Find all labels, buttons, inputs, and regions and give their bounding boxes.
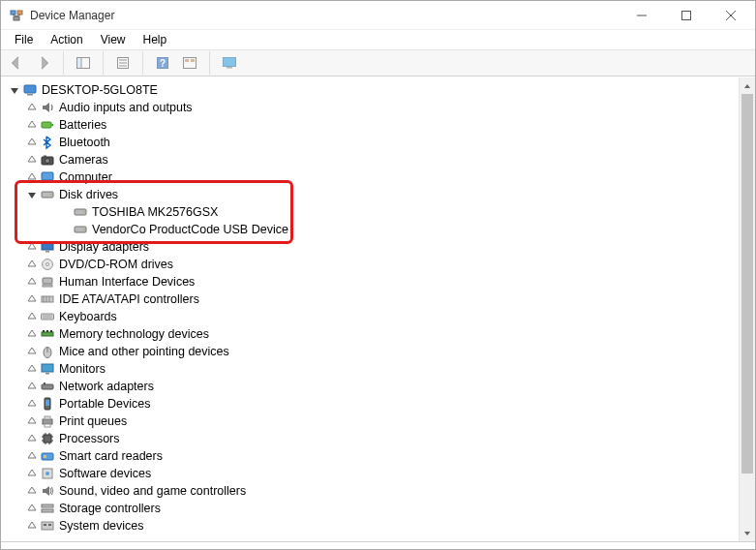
expander-icon[interactable]	[26, 154, 38, 166]
monitor-button[interactable]	[218, 51, 241, 75]
category-node[interactable]: Bluetooth	[5, 134, 739, 151]
menu-file[interactable]: File	[7, 31, 41, 48]
menu-help[interactable]: Help	[136, 31, 175, 48]
category-node[interactable]: DVD/CD-ROM drives	[5, 256, 739, 273]
svg-rect-81	[42, 509, 53, 512]
system-icon	[40, 518, 55, 534]
expander-icon[interactable]	[26, 276, 38, 288]
expander-icon[interactable]	[26, 398, 38, 410]
close-button[interactable]	[709, 1, 753, 30]
category-node[interactable]: Human Interface Devices	[5, 273, 739, 290]
svg-rect-23	[24, 85, 36, 93]
ide-icon	[40, 291, 55, 307]
svg-point-28	[45, 159, 50, 164]
category-node[interactable]: Network adapters	[5, 378, 739, 395]
expander-icon[interactable]	[26, 450, 38, 462]
svg-rect-53	[46, 330, 48, 332]
expander-icon[interactable]	[26, 102, 38, 113]
window-title: Device Manager	[30, 9, 114, 22]
forward-button[interactable]	[32, 51, 55, 75]
scan-hardware-button[interactable]	[178, 51, 201, 75]
expander-icon[interactable]	[26, 415, 38, 427]
expander-icon[interactable]	[26, 433, 38, 444]
category-node[interactable]: Audio inputs and outputs	[5, 99, 739, 116]
tree-root[interactable]: DESKTOP-5GLO8TE	[5, 81, 739, 99]
category-node[interactable]: Cameras	[5, 151, 739, 168]
category-node[interactable]: Smart card readers	[5, 447, 739, 465]
category-node[interactable]: Processors	[5, 430, 739, 447]
category-label: Software devices	[59, 467, 151, 480]
toolbar: ?	[1, 49, 755, 76]
expander-icon[interactable]	[26, 241, 38, 253]
expander-icon[interactable]	[26, 346, 38, 357]
device-tree[interactable]: DESKTOP-5GLO8TEAudio inputs and outputsB…	[1, 77, 739, 541]
expander-icon[interactable]	[26, 468, 38, 479]
show-hide-tree-button[interactable]	[72, 51, 95, 75]
expander-icon[interactable]	[26, 119, 38, 131]
svg-point-37	[83, 229, 85, 230]
category-node[interactable]: Sound, video and game controllers	[5, 482, 739, 500]
category-node[interactable]: Print queues	[5, 412, 739, 430]
minimize-button[interactable]	[620, 1, 664, 30]
menu-action[interactable]: Action	[43, 31, 90, 48]
expander-icon[interactable]	[26, 311, 38, 322]
device-node[interactable]: TOSHIBA MK2576GSX	[5, 203, 739, 221]
category-node[interactable]: Disk drives	[5, 186, 739, 203]
portable-icon	[40, 396, 55, 412]
category-label: Disk drives	[59, 188, 118, 201]
expander-icon[interactable]	[26, 189, 38, 200]
svg-rect-26	[52, 124, 54, 126]
expander-icon[interactable]	[26, 171, 38, 183]
expander-icon[interactable]	[26, 293, 38, 305]
expander-icon[interactable]	[26, 381, 38, 392]
category-node[interactable]: Memory technology devices	[5, 325, 739, 343]
category-node[interactable]: System devices	[5, 517, 739, 535]
expander-icon[interactable]	[26, 363, 38, 375]
category-label: Network adapters	[59, 380, 154, 393]
svg-rect-48	[42, 314, 54, 320]
svg-rect-65	[45, 416, 50, 419]
memory-icon	[40, 326, 55, 342]
category-node[interactable]: Monitors	[5, 360, 739, 378]
battery-icon	[40, 117, 55, 133]
svg-rect-38	[42, 242, 53, 250]
keyboard-icon	[40, 309, 55, 324]
svg-rect-52	[43, 330, 45, 332]
help-button[interactable]: ?	[151, 51, 174, 75]
expander-icon[interactable]	[26, 485, 38, 497]
category-node[interactable]: Software devices	[5, 465, 739, 482]
category-node[interactable]: Computer	[5, 168, 739, 186]
category-node[interactable]: Batteries	[5, 116, 739, 134]
toolbar-separator	[209, 51, 210, 75]
expander-icon[interactable]	[26, 520, 38, 532]
menu-view[interactable]: View	[93, 31, 134, 48]
scroll-track[interactable]	[740, 94, 755, 525]
category-node[interactable]: Portable Devices	[5, 395, 739, 412]
scroll-down-button[interactable]	[740, 525, 755, 541]
svg-rect-6	[682, 11, 691, 19]
printer-icon	[40, 413, 55, 429]
vertical-scrollbar[interactable]	[739, 77, 755, 541]
software-icon	[40, 466, 55, 481]
category-node[interactable]: Storage controllers	[5, 500, 739, 517]
maximize-button[interactable]	[664, 1, 709, 30]
computer-icon	[40, 169, 55, 185]
scroll-thumb[interactable]	[741, 94, 753, 474]
expander-icon[interactable]	[26, 328, 38, 340]
hid-icon	[40, 274, 55, 290]
expander-icon[interactable]	[9, 84, 20, 96]
category-node[interactable]: Keyboards	[5, 308, 739, 325]
svg-rect-67	[44, 435, 51, 443]
category-node[interactable]: Mice and other pointing devices	[5, 343, 739, 360]
expander-icon[interactable]	[26, 137, 38, 148]
back-button[interactable]	[5, 51, 28, 75]
svg-rect-57	[42, 364, 53, 372]
expander-icon[interactable]	[26, 259, 38, 270]
device-node[interactable]: VendorCo ProductCode USB Device	[5, 221, 739, 238]
properties-button[interactable]	[111, 51, 135, 75]
statusbar	[1, 541, 755, 549]
expander-icon[interactable]	[26, 503, 38, 514]
category-node[interactable]: Display adapters	[5, 238, 739, 256]
category-node[interactable]: IDE ATA/ATAPI controllers	[5, 290, 739, 308]
scroll-up-button[interactable]	[740, 77, 755, 94]
